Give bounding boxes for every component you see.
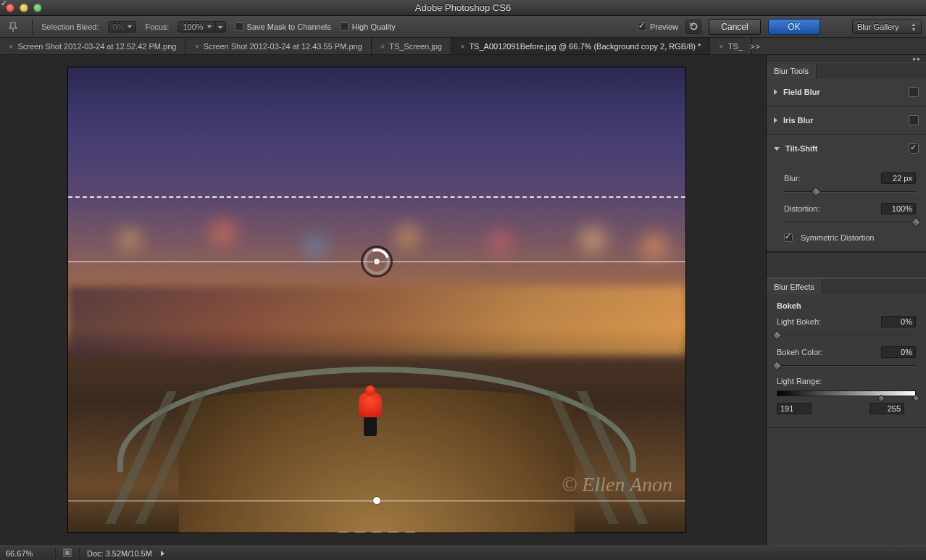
high-quality-checkbox[interactable]: High Quality [340,22,396,31]
close-tab-icon[interactable]: × [460,42,464,51]
expose-icon[interactable] [63,548,72,559]
light-bokeh-slider[interactable] [777,330,916,340]
blur-tools-panel: Blur Tools Field Blur Iris Blur Tilt-Shi… [767,62,926,252]
distortion-param: Distortion: 100% [784,203,916,227]
distortion-label: Distortion: [784,204,820,213]
app-title: Adobe Photoshop CS6 [0,2,926,13]
selection-bleed-label: Selection Bleed: [41,22,99,31]
save-mask-checkbox[interactable]: Save Mask to Channels [235,22,331,31]
preview-checkbox[interactable]: Preview [638,22,678,31]
workspace-label: Blur Gallery [857,22,898,31]
light-bokeh-param: Light Bokeh: 0% [777,316,916,340]
distortion-value-field[interactable]: 100% [881,203,916,214]
cancel-button[interactable]: Cancel [709,19,761,35]
svg-rect-1 [65,551,70,555]
disclosure-icon [774,147,780,151]
bokeh-color-param: Bokeh Color: 0% [777,346,916,371]
iris-blur-section[interactable]: Iris Blur [767,106,926,135]
selection-bleed-dropdown: 0% [108,21,137,33]
disclosure-icon [774,89,777,95]
tilt-shift-controls: Blur: 22 px Distortion: 100% [767,162,926,251]
enable-checkbox[interactable] [909,87,919,97]
document-tab[interactable]: × TS_A0012091Before.jpg @ 66.7% (Backgro… [451,38,710,54]
light-range-label: Light Range: [777,377,822,385]
field-blur-section[interactable]: Field Blur [767,78,926,106]
tab-label: Screen Shot 2012-03-24 at 12.52.42 PM.pn… [17,42,176,51]
symmetric-distortion-checkbox[interactable]: Symmetric Distortion [784,233,916,242]
disclosure-icon [774,117,777,123]
reset-button[interactable] [685,20,701,34]
checkbox-icon [784,233,793,242]
zoom-icon[interactable] [33,4,42,12]
section-label: Iris Blur [783,116,909,125]
document-image: © Ellen Anon [68,67,685,532]
pin-tool-icon[interactable] [4,19,23,35]
document-tab[interactable]: × Screen Shot 2012-03-24 at 12.52.42 PM.… [0,38,185,54]
doc-info[interactable]: Doc: 3.52M/10.5M [87,549,152,558]
document-canvas[interactable]: © Ellen Anon [68,67,685,532]
blur-param: Blur: 22 px [784,172,916,197]
close-tab-icon[interactable]: × [380,42,385,51]
options-bar: Selection Bleed: 0% Focus: 100% Save Mas… [0,16,926,38]
light-range-slider[interactable] [777,388,916,398]
light-range-param: Light Range: 191 255 [777,377,916,414]
blur-effects-panel: Blur Effects Bokeh Light Bokeh: 0% [767,278,926,428]
bokeh-color-slider[interactable] [777,361,916,371]
tab-label: TS_Screen.jpg [389,42,442,51]
light-bokeh-value-field[interactable]: 0% [881,316,916,327]
blur-label: Blur: [784,174,801,183]
ok-button[interactable]: OK [768,19,820,35]
light-range-high-field[interactable]: 255 [869,403,904,414]
bokeh-color-value-field[interactable]: 0% [881,346,916,358]
section-label: Tilt-Shift [785,144,909,153]
canvas-area[interactable]: © Ellen Anon [0,55,767,546]
light-range-low-field[interactable]: 191 [777,403,812,414]
minimize-icon[interactable] [20,4,28,12]
panel-collapse-strip[interactable]: ▸▸ [767,55,926,62]
focus-label: Focus: [145,22,169,31]
section-label: Bokeh [777,301,801,310]
tab-overflow-button[interactable]: >> [744,38,767,55]
focus-dropdown[interactable]: 100% [178,21,215,33]
zoom-level[interactable]: 66.67% [6,549,48,558]
focus-dropdown-extra[interactable] [216,21,226,33]
checkbox-icon [638,22,646,31]
enable-checkbox[interactable] [909,143,919,154]
panel-tab-blur-tools[interactable]: Blur Tools [767,64,817,79]
distortion-slider[interactable] [784,217,916,227]
updown-icon: ▲▼ [911,22,917,32]
bokeh-color-label: Bokeh Color: [777,348,823,356]
checkbox-icon [340,22,349,31]
light-bokeh-label: Light Bokeh: [777,317,821,326]
section-label: Field Blur [783,88,909,96]
panel-tab-blur-effects[interactable]: Blur Effects [767,280,822,295]
checkbox-icon [235,22,243,31]
blur-value-field[interactable]: 22 px [881,172,916,184]
tab-label: TS_A0012091Before.jpg @ 66.7% (Backgroun… [469,42,701,51]
tilt-shift-section[interactable]: Tilt-Shift [767,135,926,162]
flyout-icon[interactable] [161,551,164,556]
close-tab-icon[interactable]: × [194,42,199,51]
window-titlebar: Adobe Photoshop CS6 [0,0,926,16]
bokeh-section-header: Bokeh [777,301,916,310]
tab-label: TS_ [728,42,743,51]
document-tab[interactable]: × TS_Screen.jpg [372,38,451,54]
preview-label: Preview [650,22,678,31]
right-panel-column: ▸▸ Blur Tools Field Blur Iris Blur [767,55,926,546]
status-bar: 66.67% Doc: 3.52M/10.5M [0,546,926,560]
save-mask-label: Save Mask to Channels [247,22,331,31]
enable-checkbox[interactable] [909,115,919,125]
workspace-switcher[interactable]: Blur Gallery ▲▼ [852,20,922,34]
close-tab-icon[interactable]: × [719,42,723,51]
image-subject [356,393,384,439]
document-tab[interactable]: × Screen Shot 2012-03-24 at 12.43.55 PM.… [185,38,371,54]
tab-label: Screen Shot 2012-03-24 at 12.43.55 PM.pn… [204,42,362,51]
close-tab-icon[interactable]: × [9,42,13,51]
symmetric-distortion-label: Symmetric Distortion [801,233,874,242]
high-quality-label: High Quality [352,22,396,31]
blur-slider[interactable] [784,187,916,197]
document-tab-bar: × Screen Shot 2012-03-24 at 12.52.42 PM.… [0,38,926,55]
